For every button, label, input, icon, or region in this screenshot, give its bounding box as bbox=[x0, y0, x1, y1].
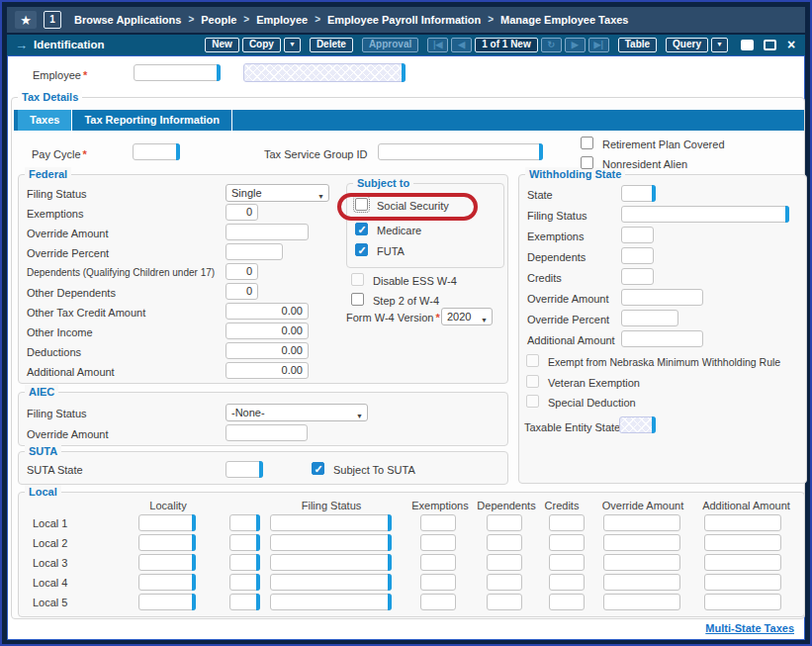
special-deduction-checkbox[interactable] bbox=[526, 395, 539, 408]
approval-button[interactable]: Approval bbox=[362, 38, 418, 52]
federal-other-dependents-input[interactable]: 0 bbox=[226, 283, 258, 300]
employee-input[interactable] bbox=[134, 64, 221, 81]
local-1-filing-status-input[interactable] bbox=[270, 514, 392, 531]
local-1-dependents-input[interactable] bbox=[487, 514, 522, 531]
local-4-dependents-input[interactable] bbox=[487, 574, 522, 591]
state-dependents-input[interactable] bbox=[621, 247, 654, 264]
minimize-button[interactable] bbox=[737, 38, 757, 52]
state-exemptions-input[interactable] bbox=[621, 227, 654, 243]
multi-state-taxes-link[interactable]: Multi-State Taxes bbox=[705, 621, 794, 635]
refresh-button[interactable]: ↻ bbox=[541, 38, 562, 52]
veteran-exemption-checkbox[interactable] bbox=[526, 375, 539, 388]
local-3-exemptions-input[interactable] bbox=[420, 554, 456, 571]
breadcrumb-item-manage-employee-taxes[interactable]: Manage Employee Taxes bbox=[500, 15, 628, 26]
form-w4-version-select[interactable]: 2020 bbox=[441, 308, 493, 325]
first-record-button[interactable]: |◀ bbox=[427, 38, 448, 52]
local-5-dependents-input[interactable] bbox=[487, 594, 522, 610]
suta-state-input[interactable] bbox=[226, 461, 263, 478]
local-1-credits-input[interactable] bbox=[549, 514, 585, 531]
state-override-amount-input[interactable] bbox=[621, 289, 703, 306]
local-3-code-input[interactable] bbox=[229, 554, 260, 571]
breadcrumb-item-browse-applications[interactable]: Browse Applications bbox=[74, 15, 181, 26]
local-2-override-amount-input[interactable] bbox=[603, 534, 680, 551]
local-5-exemptions-input[interactable] bbox=[420, 594, 456, 610]
step-2-of-w-4-checkbox[interactable] bbox=[351, 293, 364, 306]
local-2-code-input[interactable] bbox=[229, 534, 260, 551]
federal-override-amount-input[interactable] bbox=[226, 224, 309, 240]
local-2-dependents-input[interactable] bbox=[487, 534, 522, 551]
favorites-star-icon[interactable]: ★ bbox=[15, 11, 37, 29]
federal-additional-amount-input[interactable]: 0.00 bbox=[226, 362, 309, 379]
local-2-filing-status-input[interactable] bbox=[270, 534, 392, 551]
query-button[interactable]: Query bbox=[666, 38, 708, 52]
subject-to-futa-checkbox[interactable] bbox=[355, 243, 368, 256]
local-3-additional-amount-input[interactable] bbox=[704, 554, 781, 571]
local-5-filing-status-input[interactable] bbox=[270, 594, 392, 610]
aiec-override-amount-input[interactable] bbox=[226, 424, 308, 441]
tax-service-group-id-input[interactable] bbox=[378, 143, 543, 160]
breadcrumb-item-people[interactable]: People bbox=[201, 15, 236, 26]
retirement-plan-covered-checkbox[interactable] bbox=[581, 137, 593, 149]
local-2-locality-input[interactable] bbox=[138, 534, 196, 551]
federal-override-percent-input[interactable] bbox=[226, 243, 283, 260]
pay-cycle-input[interactable] bbox=[133, 143, 180, 160]
local-1-additional-amount-input[interactable] bbox=[704, 514, 781, 531]
federal-filing-status-select[interactable]: Single bbox=[226, 184, 329, 202]
local-1-code-input[interactable] bbox=[229, 514, 260, 531]
query-dropdown-button[interactable]: ▼ bbox=[711, 38, 728, 52]
local-5-code-input[interactable] bbox=[229, 594, 260, 610]
federal-other-tax-credit-amount-input[interactable]: 0.00 bbox=[226, 303, 309, 320]
copy-dropdown-button[interactable]: ▼ bbox=[284, 38, 301, 52]
local-2-credits-input[interactable] bbox=[549, 534, 585, 551]
local-3-override-amount-input[interactable] bbox=[603, 554, 680, 571]
tab-taxes[interactable]: Taxes bbox=[18, 110, 72, 131]
federal-dependents-qualifying-children-under-17-input[interactable]: 0 bbox=[226, 263, 258, 280]
subject-to-social-security-checkbox[interactable] bbox=[355, 198, 368, 211]
state-override-percent-input[interactable] bbox=[621, 310, 678, 326]
federal-deductions-input[interactable]: 0.00 bbox=[226, 342, 309, 359]
delete-button[interactable]: Delete bbox=[310, 38, 353, 52]
breadcrumb-item-employee[interactable]: Employee bbox=[256, 15, 308, 26]
local-4-code-input[interactable] bbox=[229, 574, 260, 591]
local-3-locality-input[interactable] bbox=[138, 554, 196, 571]
state-additional-amount-input[interactable] bbox=[621, 330, 703, 347]
new-button[interactable]: New bbox=[205, 38, 239, 52]
local-4-locality-input[interactable] bbox=[138, 574, 196, 591]
table-button[interactable]: Table bbox=[618, 38, 657, 52]
local-4-override-amount-input[interactable] bbox=[603, 574, 680, 591]
local-4-credits-input[interactable] bbox=[549, 574, 585, 591]
disable-ess-w-4-checkbox[interactable] bbox=[351, 273, 364, 286]
state-filing-status-input[interactable] bbox=[621, 206, 789, 223]
previous-record-button[interactable]: ◀ bbox=[451, 38, 472, 52]
local-1-locality-input[interactable] bbox=[138, 514, 196, 531]
maximize-button[interactable] bbox=[760, 38, 779, 52]
last-record-button[interactable]: ▶| bbox=[588, 38, 609, 52]
suta-subject-to-suta-checkbox[interactable] bbox=[312, 462, 324, 475]
federal-exemptions-input[interactable]: 0 bbox=[226, 204, 258, 221]
local-5-override-amount-input[interactable] bbox=[603, 594, 680, 610]
subject-to-medicare-checkbox[interactable] bbox=[355, 223, 368, 235]
local-4-additional-amount-input[interactable] bbox=[704, 574, 781, 591]
local-3-credits-input[interactable] bbox=[549, 554, 585, 571]
breadcrumb-item-employee-payroll-information[interactable]: Employee Payroll Information bbox=[327, 15, 481, 26]
local-1-override-amount-input[interactable] bbox=[603, 514, 680, 531]
local-3-filing-status-input[interactable] bbox=[270, 554, 392, 571]
federal-other-income-input[interactable]: 0.00 bbox=[226, 323, 309, 339]
window-number-icon[interactable]: 1 bbox=[44, 11, 61, 29]
aiec-filing-status-select[interactable]: -None- bbox=[226, 404, 368, 421]
local-3-dependents-input[interactable] bbox=[487, 554, 522, 571]
local-5-locality-input[interactable] bbox=[138, 594, 196, 610]
local-5-additional-amount-input[interactable] bbox=[704, 594, 781, 610]
local-4-filing-status-input[interactable] bbox=[270, 574, 392, 591]
tab-tax-reporting-information[interactable]: Tax Reporting Information bbox=[72, 110, 232, 131]
local-1-exemptions-input[interactable] bbox=[420, 514, 456, 531]
local-2-additional-amount-input[interactable] bbox=[704, 534, 781, 551]
state-state-input[interactable] bbox=[621, 185, 656, 202]
local-4-exemptions-input[interactable] bbox=[420, 574, 456, 591]
local-5-credits-input[interactable] bbox=[549, 594, 585, 610]
close-button[interactable]: × bbox=[782, 38, 800, 52]
exempt-from-nebraska-minimum-withholding-rule-checkbox[interactable] bbox=[526, 354, 539, 367]
local-2-exemptions-input[interactable] bbox=[420, 534, 456, 551]
nonresident-alien-checkbox[interactable] bbox=[581, 156, 593, 169]
copy-button[interactable]: Copy bbox=[242, 38, 281, 52]
